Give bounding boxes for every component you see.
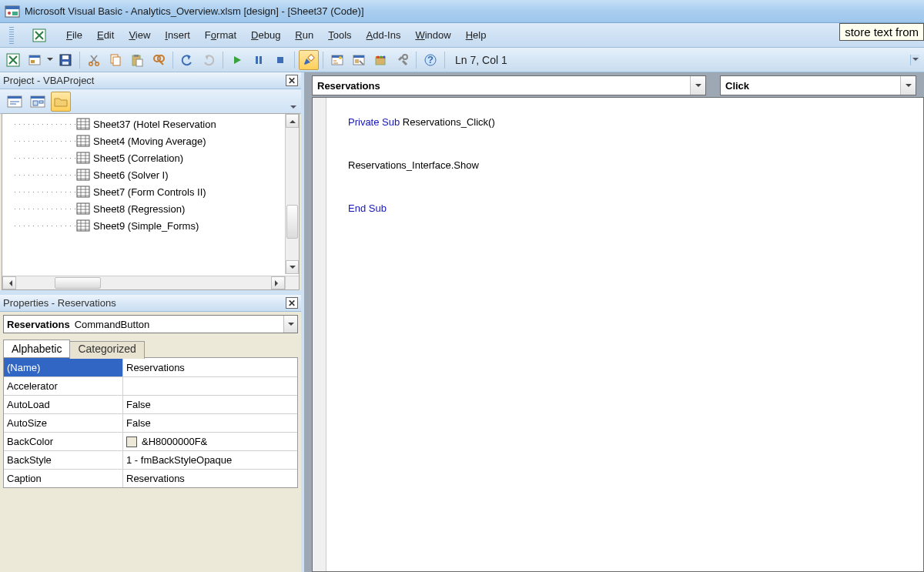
property-row[interactable]: (Name)Reservations <box>4 358 297 376</box>
procedure-combo-dropdown[interactable] <box>900 76 916 95</box>
menu-debug[interactable]: Debug <box>251 29 280 41</box>
menu-format[interactable]: Format <box>205 29 236 41</box>
svg-rect-18 <box>136 59 142 66</box>
svg-point-33 <box>377 55 380 58</box>
cut-button[interactable] <box>84 50 104 70</box>
property-value[interactable]: Reservations <box>123 358 297 376</box>
svg-rect-7 <box>29 55 40 58</box>
run-button[interactable] <box>227 50 247 70</box>
property-value[interactable] <box>123 377 297 395</box>
property-value[interactable]: False <box>123 396 297 413</box>
worksheet-icon <box>76 186 90 198</box>
reset-button[interactable] <box>270 50 290 70</box>
copy-button[interactable] <box>105 50 126 70</box>
menu-edit[interactable]: Edit <box>97 29 114 41</box>
property-row[interactable]: CaptionReservations <box>4 469 297 487</box>
insert-dropdown[interactable] <box>46 55 54 64</box>
view-object-button[interactable] <box>28 92 48 112</box>
redo-button[interactable] <box>199 50 219 70</box>
menu-help[interactable]: Help <box>466 29 487 41</box>
view-excel-button[interactable] <box>3 50 23 70</box>
tree-item[interactable]: Sheet7 (Form Controls II) <box>4 183 283 200</box>
property-row[interactable]: Accelerator <box>4 376 297 395</box>
save-button[interactable] <box>55 50 75 70</box>
help-button[interactable]: ? <box>420 50 440 70</box>
worksheet-icon <box>76 169 90 181</box>
project-explorer-button[interactable] <box>327 50 347 70</box>
tree-item[interactable]: Sheet6 (Solver I) <box>4 166 283 183</box>
svg-rect-42 <box>31 96 45 99</box>
property-value[interactable]: 1 - fmBackStyleOpaque <box>123 451 297 469</box>
vscroll-thumb[interactable] <box>286 205 298 239</box>
worksheet-icon <box>76 118 90 130</box>
svg-point-35 <box>383 55 386 58</box>
object-browser-button[interactable] <box>370 50 390 70</box>
menu-run[interactable]: Run <box>295 29 313 41</box>
tab-categorized[interactable]: Categorized <box>69 341 145 359</box>
toggle-folders-button[interactable] <box>51 92 71 112</box>
svg-rect-31 <box>376 58 385 65</box>
menu-window[interactable]: Window <box>415 29 450 41</box>
break-button[interactable] <box>249 50 269 70</box>
scroll-up-button[interactable] <box>286 114 299 128</box>
procedure-combo[interactable]: Click <box>720 75 916 95</box>
tree-item[interactable]: Sheet9 (Simple_Forms) <box>4 217 283 234</box>
object-combo-dropdown[interactable] <box>690 76 705 95</box>
property-value[interactable]: &H8000000F& <box>123 433 297 450</box>
code-editor[interactable]: Private Sub Reservations_Click() Reserva… <box>312 97 924 572</box>
svg-rect-23 <box>277 57 283 63</box>
paste-button[interactable] <box>127 50 147 70</box>
design-mode-button[interactable] <box>299 50 319 70</box>
tree-item[interactable]: Sheet8 (Regression) <box>4 200 283 217</box>
procedure-combo-value: Click <box>725 80 749 92</box>
undo-button[interactable] <box>177 50 197 70</box>
svg-rect-43 <box>33 101 38 105</box>
tree-item-label: Sheet4 (Moving Average) <box>93 135 206 147</box>
excel-icon[interactable] <box>32 28 47 43</box>
code-margin[interactable] <box>313 98 326 571</box>
scroll-down-button[interactable] <box>286 260 299 274</box>
properties-object-combo[interactable]: Reservations CommandButton <box>3 315 298 333</box>
project-toolbar-overflow[interactable] <box>290 105 296 112</box>
scroll-left-button[interactable] <box>2 276 16 289</box>
property-row[interactable]: BackColor&H8000000F& <box>4 432 297 450</box>
property-value[interactable]: False <box>123 414 297 432</box>
menubar-grip[interactable] <box>9 27 14 44</box>
toolbar-overflow[interactable] <box>910 55 919 65</box>
tree-item[interactable]: Sheet37 (Hotel Reservation <box>4 115 283 132</box>
toolbox-button[interactable] <box>392 50 412 70</box>
insert-userform-button[interactable] <box>25 50 45 70</box>
project-tree[interactable]: Sheet37 (Hotel ReservationSheet4 (Moving… <box>2 113 300 290</box>
title-bar: Microsoft Visual Basic - Analytics_Overv… <box>0 0 924 23</box>
tab-alphabetic[interactable]: Alphabetic <box>3 340 70 357</box>
hscroll-thumb[interactable] <box>55 277 101 289</box>
property-row[interactable]: AutoSizeFalse <box>4 413 297 432</box>
menu-file[interactable]: File <box>66 29 82 41</box>
property-value[interactable]: Reservations <box>123 470 297 487</box>
property-row[interactable]: BackStyle1 - fmBackStyleOpaque <box>4 450 297 469</box>
tree-item[interactable]: Sheet4 (Moving Average) <box>4 132 283 149</box>
properties-close-button[interactable]: ✕ <box>286 297 298 309</box>
object-combo[interactable]: Reservations <box>312 75 706 95</box>
project-toolbar <box>0 89 301 114</box>
scroll-right-button[interactable] <box>271 276 285 289</box>
properties-combo-dropdown[interactable] <box>283 316 297 333</box>
menu-addins[interactable]: Add-Ins <box>367 29 401 41</box>
property-name: (Name) <box>4 358 123 376</box>
tree-item-label: Sheet7 (Form Controls II) <box>93 186 206 198</box>
properties-grid[interactable]: (Name)ReservationsAcceleratorAutoLoadFal… <box>3 358 298 488</box>
menu-tools[interactable]: Tools <box>328 29 351 41</box>
svg-rect-22 <box>259 56 262 64</box>
find-button[interactable] <box>149 50 169 70</box>
property-row[interactable]: AutoLoadFalse <box>4 395 297 413</box>
menu-view[interactable]: View <box>129 29 150 41</box>
view-code-button[interactable] <box>5 92 25 112</box>
menu-insert[interactable]: Insert <box>165 29 190 41</box>
app-icon <box>5 4 20 19</box>
project-close-button[interactable]: ✕ <box>286 75 298 86</box>
worksheet-icon <box>76 202 90 215</box>
properties-window-button[interactable] <box>349 50 369 70</box>
project-hscroll[interactable] <box>2 276 285 289</box>
tree-item[interactable]: Sheet5 (Correlation) <box>4 149 283 166</box>
project-vscroll[interactable] <box>285 114 299 274</box>
